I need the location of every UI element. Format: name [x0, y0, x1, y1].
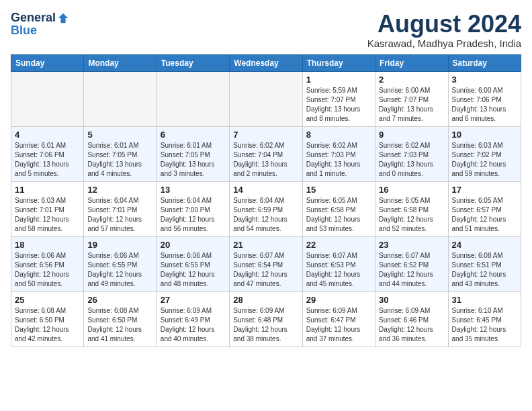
calendar-cell — [84, 71, 157, 126]
weekday-header-monday: Monday — [84, 54, 157, 71]
day-info: Sunrise: 6:07 AM Sunset: 6:52 PM Dayligh… — [379, 251, 444, 289]
day-info: Sunrise: 6:01 AM Sunset: 7:05 PM Dayligh… — [87, 141, 152, 179]
calendar-cell — [11, 71, 84, 126]
day-info: Sunrise: 6:05 AM Sunset: 6:58 PM Dayligh… — [379, 196, 444, 234]
day-info: Sunrise: 6:08 AM Sunset: 6:50 PM Dayligh… — [15, 306, 80, 344]
calendar-cell: 29Sunrise: 6:09 AM Sunset: 6:47 PM Dayli… — [302, 291, 375, 347]
calendar-cell: 12Sunrise: 6:04 AM Sunset: 7:01 PM Dayli… — [84, 181, 157, 236]
calendar-week-row: 1Sunrise: 5:59 AM Sunset: 7:07 PM Daylig… — [11, 71, 521, 126]
day-number: 6 — [161, 130, 226, 140]
weekday-header-friday: Friday — [375, 54, 448, 71]
calendar-cell: 20Sunrise: 6:06 AM Sunset: 6:55 PM Dayli… — [157, 236, 229, 291]
day-info: Sunrise: 6:06 AM Sunset: 6:56 PM Dayligh… — [15, 251, 80, 289]
day-info: Sunrise: 6:02 AM Sunset: 7:04 PM Dayligh… — [233, 141, 298, 179]
day-number: 10 — [452, 130, 517, 140]
day-number: 22 — [306, 240, 371, 250]
calendar-cell: 28Sunrise: 6:09 AM Sunset: 6:48 PM Dayli… — [230, 291, 302, 347]
day-info: Sunrise: 6:04 AM Sunset: 7:01 PM Dayligh… — [87, 196, 152, 234]
calendar-cell: 18Sunrise: 6:06 AM Sunset: 6:56 PM Dayli… — [11, 236, 84, 291]
calendar-cell: 13Sunrise: 6:04 AM Sunset: 7:00 PM Dayli… — [157, 181, 229, 236]
day-info: Sunrise: 6:09 AM Sunset: 6:46 PM Dayligh… — [379, 306, 444, 344]
calendar-cell: 3Sunrise: 6:00 AM Sunset: 7:06 PM Daylig… — [448, 71, 521, 126]
day-number: 2 — [379, 75, 444, 85]
day-info: Sunrise: 6:09 AM Sunset: 6:49 PM Dayligh… — [161, 306, 226, 344]
day-info: Sunrise: 6:09 AM Sunset: 6:48 PM Dayligh… — [233, 306, 298, 344]
calendar-cell: 22Sunrise: 6:07 AM Sunset: 6:53 PM Dayli… — [302, 236, 375, 291]
calendar-cell: 11Sunrise: 6:03 AM Sunset: 7:01 PM Dayli… — [11, 181, 84, 236]
day-number: 20 — [161, 240, 226, 250]
day-number: 31 — [452, 295, 517, 305]
weekday-header-tuesday: Tuesday — [157, 54, 229, 71]
calendar-cell: 1Sunrise: 5:59 AM Sunset: 7:07 PM Daylig… — [302, 71, 375, 126]
logo-icon — [57, 12, 69, 24]
day-number: 5 — [87, 130, 152, 140]
day-info: Sunrise: 5:59 AM Sunset: 7:07 PM Dayligh… — [306, 86, 371, 124]
day-info: Sunrise: 6:05 AM Sunset: 6:58 PM Dayligh… — [306, 196, 371, 234]
calendar-cell: 16Sunrise: 6:05 AM Sunset: 6:58 PM Dayli… — [375, 181, 448, 236]
calendar-cell: 23Sunrise: 6:07 AM Sunset: 6:52 PM Dayli… — [375, 236, 448, 291]
weekday-header-sunday: Sunday — [11, 54, 84, 71]
calendar-cell: 30Sunrise: 6:09 AM Sunset: 6:46 PM Dayli… — [375, 291, 448, 347]
day-number: 4 — [15, 130, 80, 140]
calendar-cell: 2Sunrise: 6:00 AM Sunset: 7:07 PM Daylig… — [375, 71, 448, 126]
logo-blue: Blue — [11, 24, 37, 38]
day-info: Sunrise: 6:00 AM Sunset: 7:07 PM Dayligh… — [379, 86, 444, 124]
day-info: Sunrise: 6:00 AM Sunset: 7:06 PM Dayligh… — [452, 86, 517, 124]
calendar-cell: 5Sunrise: 6:01 AM Sunset: 7:05 PM Daylig… — [84, 126, 157, 181]
day-info: Sunrise: 6:06 AM Sunset: 6:55 PM Dayligh… — [87, 251, 152, 289]
title-section: August 2024 Kasrawad, Madhya Pradesh, In… — [367, 11, 521, 49]
day-number: 13 — [161, 185, 226, 195]
calendar-week-row: 18Sunrise: 6:06 AM Sunset: 6:56 PM Dayli… — [11, 236, 521, 291]
calendar-cell: 19Sunrise: 6:06 AM Sunset: 6:55 PM Dayli… — [84, 236, 157, 291]
day-info: Sunrise: 6:07 AM Sunset: 6:53 PM Dayligh… — [306, 251, 371, 289]
day-number: 9 — [379, 130, 444, 140]
day-info: Sunrise: 6:02 AM Sunset: 7:03 PM Dayligh… — [306, 141, 371, 179]
day-number: 21 — [233, 240, 298, 250]
day-info: Sunrise: 6:09 AM Sunset: 6:47 PM Dayligh… — [306, 306, 371, 344]
day-info: Sunrise: 6:08 AM Sunset: 6:50 PM Dayligh… — [87, 306, 152, 344]
calendar-cell: 21Sunrise: 6:07 AM Sunset: 6:54 PM Dayli… — [230, 236, 302, 291]
day-info: Sunrise: 6:02 AM Sunset: 7:03 PM Dayligh… — [379, 141, 444, 179]
day-number: 15 — [306, 185, 371, 195]
day-info: Sunrise: 6:01 AM Sunset: 7:06 PM Dayligh… — [15, 141, 80, 179]
day-number: 25 — [15, 295, 80, 305]
day-info: Sunrise: 6:07 AM Sunset: 6:54 PM Dayligh… — [233, 251, 298, 289]
day-number: 24 — [452, 240, 517, 250]
day-number: 12 — [87, 185, 152, 195]
day-number: 17 — [452, 185, 517, 195]
calendar-cell: 31Sunrise: 6:10 AM Sunset: 6:45 PM Dayli… — [448, 291, 521, 347]
calendar-table: SundayMondayTuesdayWednesdayThursdayFrid… — [11, 54, 521, 347]
calendar-cell: 14Sunrise: 6:04 AM Sunset: 6:59 PM Dayli… — [230, 181, 302, 236]
weekday-header-wednesday: Wednesday — [230, 54, 302, 71]
day-info: Sunrise: 6:08 AM Sunset: 6:51 PM Dayligh… — [452, 251, 517, 289]
day-info: Sunrise: 6:03 AM Sunset: 7:01 PM Dayligh… — [15, 196, 80, 234]
day-number: 18 — [15, 240, 80, 250]
calendar-cell: 17Sunrise: 6:05 AM Sunset: 6:57 PM Dayli… — [448, 181, 521, 236]
calendar-week-row: 25Sunrise: 6:08 AM Sunset: 6:50 PM Dayli… — [11, 291, 521, 347]
weekday-header-saturday: Saturday — [448, 54, 521, 71]
day-info: Sunrise: 6:04 AM Sunset: 7:00 PM Dayligh… — [161, 196, 226, 234]
day-info: Sunrise: 6:05 AM Sunset: 6:57 PM Dayligh… — [452, 196, 517, 234]
day-number: 14 — [233, 185, 298, 195]
day-number: 28 — [233, 295, 298, 305]
calendar-cell: 10Sunrise: 6:03 AM Sunset: 7:02 PM Dayli… — [448, 126, 521, 181]
month-year-title: August 2024 — [367, 11, 521, 38]
calendar-cell: 7Sunrise: 6:02 AM Sunset: 7:04 PM Daylig… — [230, 126, 302, 181]
day-number: 26 — [87, 295, 152, 305]
calendar-cell — [230, 71, 302, 126]
day-number: 19 — [87, 240, 152, 250]
calendar-week-row: 11Sunrise: 6:03 AM Sunset: 7:01 PM Dayli… — [11, 181, 521, 236]
calendar-cell: 24Sunrise: 6:08 AM Sunset: 6:51 PM Dayli… — [448, 236, 521, 291]
day-info: Sunrise: 6:04 AM Sunset: 6:59 PM Dayligh… — [233, 196, 298, 234]
logo: General Blue — [11, 11, 69, 38]
calendar-cell: 15Sunrise: 6:05 AM Sunset: 6:58 PM Dayli… — [302, 181, 375, 236]
day-number: 8 — [306, 130, 371, 140]
weekday-header-thursday: Thursday — [302, 54, 375, 71]
day-info: Sunrise: 6:10 AM Sunset: 6:45 PM Dayligh… — [452, 306, 517, 344]
day-number: 3 — [452, 75, 517, 85]
calendar-cell: 27Sunrise: 6:09 AM Sunset: 6:49 PM Dayli… — [157, 291, 229, 347]
calendar-cell: 26Sunrise: 6:08 AM Sunset: 6:50 PM Dayli… — [84, 291, 157, 347]
day-number: 27 — [161, 295, 226, 305]
day-number: 29 — [306, 295, 371, 305]
day-number: 1 — [306, 75, 371, 85]
